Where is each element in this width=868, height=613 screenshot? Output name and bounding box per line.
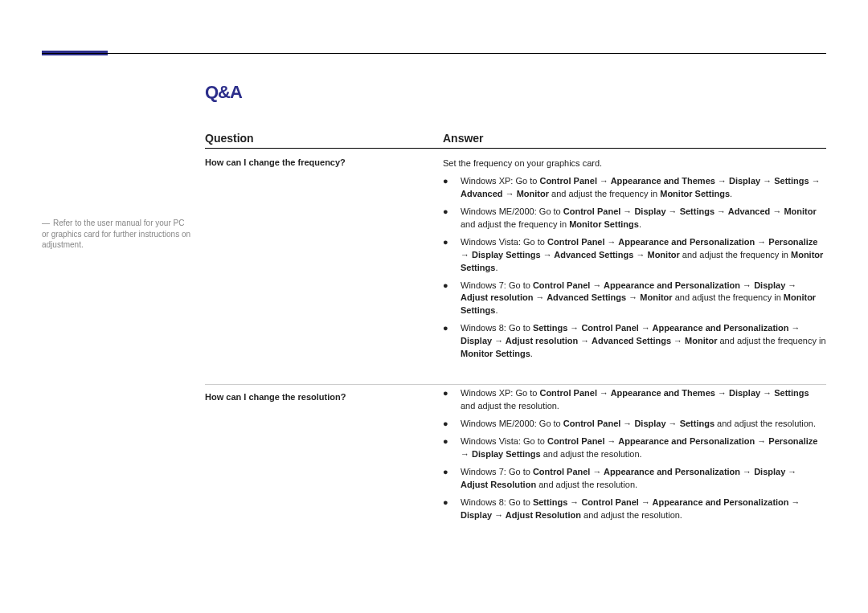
os-label: Windows 8:	[461, 497, 506, 507]
text: Go to	[515, 176, 539, 186]
list-item: ● Windows 8: Go to Settings → Control Pa…	[443, 497, 826, 522]
nav-path: Control Panel → Display → Settings	[563, 419, 714, 428]
text: .	[730, 189, 732, 198]
end-path: Monitor Settings	[461, 349, 530, 358]
bullet-icon: ●	[443, 418, 461, 431]
side-note: ― Refer to the user manual for your PC o…	[42, 218, 191, 251]
nav-path: Control Panel → Appearance and Themes → …	[539, 388, 809, 398]
text: Go to	[523, 436, 547, 446]
text: .	[495, 263, 497, 272]
question-resolution: How can I change the resolution?	[205, 392, 430, 402]
bullet-icon: ●	[443, 466, 461, 492]
os-label: Windows XP:	[461, 176, 513, 186]
os-label: Windows Vista:	[461, 237, 521, 247]
os-label: Windows Vista:	[461, 436, 521, 446]
bullet-icon: ●	[443, 236, 461, 275]
text: and adjust the resolution.	[581, 510, 682, 520]
text: and adjust the resolution.	[541, 449, 642, 459]
text: Go to	[509, 280, 533, 290]
text: Go to	[539, 206, 563, 216]
bullet-icon: ●	[443, 497, 461, 522]
header-question: Question	[205, 132, 254, 145]
list-item: ● Windows 8: Go to Settings → Control Pa…	[443, 322, 826, 361]
answer-resolution: ● Windows XP: Go to Control Panel → Appe…	[443, 387, 826, 526]
bullet-icon: ●	[443, 322, 461, 361]
header-answer: Answer	[443, 132, 484, 145]
question-frequency: How can I change the frequency?	[205, 157, 430, 167]
list-item: ● Windows ME/2000: Go to Control Panel →…	[443, 418, 826, 431]
answer-intro: Set the frequency on your graphics card.	[443, 157, 826, 170]
text: and adjust the frequency in	[680, 250, 791, 260]
os-label: Windows ME/2000:	[461, 206, 537, 216]
header-rule	[205, 148, 826, 149]
os-label: Windows 7:	[461, 280, 506, 290]
text: and adjust the resolution.	[714, 419, 816, 428]
text: and adjust the frequency in	[717, 336, 825, 345]
top-rule	[42, 53, 826, 54]
list-item: ● Windows Vista: Go to Control Panel → A…	[443, 435, 826, 461]
text: Go to	[509, 323, 533, 333]
list-item: ● Windows XP: Go to Control Panel → Appe…	[443, 387, 826, 413]
list-item: ● Windows 7: Go to Control Panel → Appea…	[443, 280, 826, 318]
text: .	[530, 349, 533, 358]
os-label: Windows 7:	[461, 467, 506, 476]
text: and adjust the resolution.	[536, 480, 637, 489]
side-note-text: Refer to the user manual for your PC or …	[42, 219, 190, 249]
separator-rule	[205, 384, 826, 385]
text: Go to	[523, 237, 547, 247]
nav-path: Control Panel → Display → Settings → Adv…	[563, 206, 817, 216]
list-item: ● Windows XP: Go to Control Panel → Appe…	[443, 175, 826, 201]
text: Go to	[509, 497, 533, 507]
os-label: Windows XP:	[461, 388, 513, 398]
end-path: Monitor Settings	[569, 219, 639, 229]
answer-frequency: Set the frequency on your graphics card.…	[443, 157, 826, 366]
text: Go to	[539, 419, 563, 428]
bullet-icon: ●	[443, 435, 461, 461]
end-path: Monitor Settings	[660, 189, 730, 198]
text: and adjust the frequency in	[673, 292, 784, 302]
text: Go to	[509, 467, 533, 476]
text: and adjust the frequency in	[461, 219, 569, 229]
bullet-icon: ●	[443, 175, 461, 201]
text: and adjust the frequency in	[549, 189, 660, 198]
list-item: ● Windows Vista: Go to Control Panel → A…	[443, 236, 826, 275]
bullet-icon: ●	[443, 280, 461, 318]
list-item: ● Windows ME/2000: Go to Control Panel →…	[443, 206, 826, 231]
text: .	[495, 305, 497, 315]
list-item: ● Windows 7: Go to Control Panel → Appea…	[443, 466, 826, 492]
text: and adjust the resolution.	[461, 401, 559, 411]
text: Go to	[515, 388, 539, 398]
qa-heading: Q&A	[205, 82, 242, 103]
os-label: Windows 8:	[461, 323, 506, 333]
dash-icon: ―	[42, 218, 50, 229]
bullet-icon: ●	[443, 387, 461, 413]
os-label: Windows ME/2000:	[461, 419, 537, 428]
bullet-icon: ●	[443, 206, 461, 231]
text: .	[639, 219, 641, 229]
